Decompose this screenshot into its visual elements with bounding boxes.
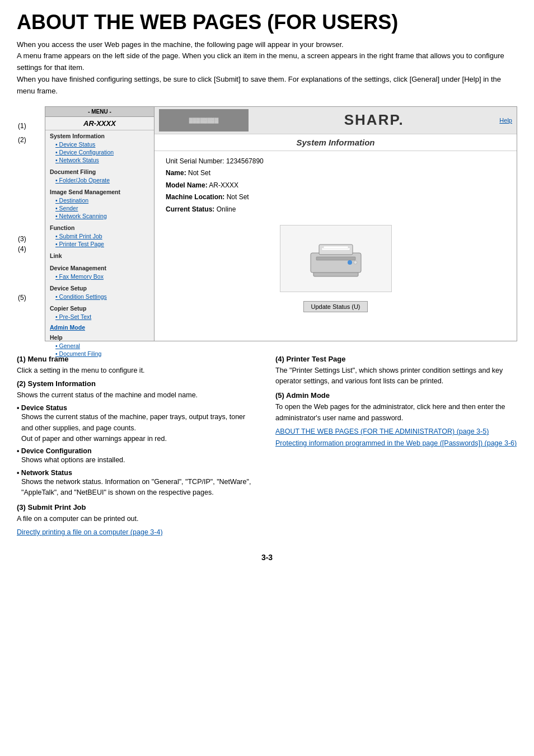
desc-text-5: To open the Web pages for the administra… [275, 402, 517, 424]
menu-item-preset-text[interactable]: Pre-Set Text [45, 313, 154, 321]
menu-item-network-status[interactable]: Network Status [45, 156, 154, 164]
page-title: ABOUT THE WEB PAGES (FOR USERS) [17, 11, 517, 34]
menu-item-destination[interactable]: Destination [45, 196, 154, 204]
menu-item-admin-mode[interactable]: Admin Mode [45, 323, 154, 332]
menu-brand: AR-XXXX [45, 117, 154, 130]
callout-2: (2) [18, 136, 26, 144]
desc-sub-device-config: Shows what options are installed. [17, 455, 259, 466]
help-link[interactable]: Help [499, 117, 512, 124]
menu-header: - MENU - [45, 107, 154, 117]
printer-image-area [280, 225, 392, 292]
callout-4: (4) [18, 245, 26, 253]
desc-text-2: Shows the current status of the machine … [17, 390, 259, 401]
desc-text-1: Click a setting in the menu to configure… [17, 365, 259, 376]
menu-section-device-setup: Device Setup [45, 283, 154, 293]
desc-heading-3: (3) Submit Print Job [17, 503, 259, 511]
svg-rect-7 [324, 246, 348, 248]
printer-icon [302, 233, 369, 284]
serial-number: Unit Serial Number: 1234567890 [166, 156, 505, 168]
desc-bullet-network-status: • Network Status [17, 469, 259, 477]
menu-item-general[interactable]: General [45, 342, 154, 350]
header-image-placeholder: ▓▓▓▓▓▓▓▓ [189, 118, 219, 123]
menu-item-submit-print[interactable]: Submit Print Job [45, 232, 154, 240]
menu-item-condition-settings[interactable]: Condition Settings [45, 293, 154, 300]
desc-left-col: (1) Menu frame Click a setting in the me… [17, 355, 259, 536]
link-print-job[interactable]: Directly printing a file on a computer (… [17, 528, 163, 536]
desc-sub-network-status: Shows the network status. Information on… [17, 477, 259, 499]
desc-text-4: The "Printer Settings List", which shows… [275, 365, 517, 387]
model-name: Model Name: AR-XXXX [166, 180, 505, 192]
callout-labels: (1) (2) (3) (4) (5) [17, 106, 45, 341]
sharp-logo: SHARP. [344, 111, 404, 129]
desc-sub-device-status: Shows the current status of the machine,… [17, 412, 259, 444]
update-status-button[interactable]: Update Status (U) [303, 301, 367, 312]
link-admin-web-pages[interactable]: ABOUT THE WEB PAGES (FOR THE ADMINISTRAT… [275, 428, 489, 435]
menu-item-device-status[interactable]: Device Status [45, 140, 154, 148]
desc-bullet-device-status: • Device Status [17, 404, 259, 412]
menu-item-device-config[interactable]: Device Configuration [45, 148, 154, 156]
menu-section-copier-setup: Copier Setup [45, 303, 154, 313]
machine-location: Machine Location: Not Set [166, 191, 505, 204]
menu-item-fax-memory[interactable]: Fax Memory Box [45, 273, 154, 280]
menu-section-system-info: System Information [45, 130, 154, 140]
menu-item-folder-job[interactable]: Folder/Job Operate [45, 176, 154, 184]
diagram: - MENU - AR-XXXX System Information Devi… [45, 106, 517, 341]
svg-rect-1 [311, 253, 361, 273]
menu-item-doc-filing-help[interactable]: Document Filing [45, 350, 154, 358]
menu-panel: - MENU - AR-XXXX System Information Devi… [45, 107, 154, 341]
page-number: 3-3 [17, 553, 517, 562]
svg-rect-3 [316, 257, 355, 260]
desc-right-col: (4) Printer Test Page The "Printer Setti… [275, 355, 517, 536]
desc-heading-3-wrap: (3) Submit Print Job A file on a compute… [17, 503, 259, 536]
callout-1: (1) [18, 122, 26, 130]
content-title: System Information [154, 134, 517, 151]
desc-bullet-device-config: • Device Configuration [17, 447, 259, 455]
menu-item-network-scanning[interactable]: Network Scanning [45, 212, 154, 220]
content-header: ▓▓▓▓▓▓▓▓ SHARP. Help [154, 107, 517, 134]
link-protecting-info[interactable]: Protecting information programmed in the… [275, 439, 517, 447]
menu-section-doc-filing: Document Filing [45, 166, 154, 176]
menu-section-link: Link [45, 250, 154, 260]
callout-3: (3) [18, 235, 26, 243]
menu-item-printer-test[interactable]: Printer Test Page [45, 240, 154, 248]
desc-text-3: A file on a computer can be printed out. [17, 514, 259, 524]
callout-5: (5) [18, 294, 26, 302]
intro-paragraph: When you access the user Web pages in th… [17, 39, 517, 97]
menu-section-device-mgmt: Device Management [45, 262, 154, 273]
desc-heading-5-wrap: (5) Admin Mode To open the Web pages for… [275, 391, 517, 447]
menu-section-function: Function [45, 222, 154, 232]
desc-heading-4: (4) Printer Test Page [275, 355, 517, 363]
desc-heading-5: (5) Admin Mode [275, 391, 517, 400]
current-status: Current Status: Online [166, 204, 505, 216]
svg-point-4 [348, 260, 352, 265]
menu-section-image-send: Image Send Management [45, 186, 154, 196]
menu-section-help: Help [45, 332, 154, 342]
descriptions-section: (1) Menu frame Click a setting in the me… [17, 355, 517, 536]
menu-item-sender[interactable]: Sender [45, 204, 154, 212]
name-field: Name: Not Set [166, 167, 505, 180]
content-panel: ▓▓▓▓▓▓▓▓ SHARP. Help System Information … [154, 107, 517, 341]
header-image: ▓▓▓▓▓▓▓▓ [159, 109, 249, 132]
svg-point-5 [354, 261, 357, 264]
system-info-fields: Unit Serial Number: 1234567890 Name: Not… [154, 151, 517, 220]
diagram-wrapper: (1) (2) (3) (4) (5) - MENU - AR-XXXX Sys… [17, 106, 517, 341]
desc-heading-2: (2) System Information [17, 379, 259, 388]
